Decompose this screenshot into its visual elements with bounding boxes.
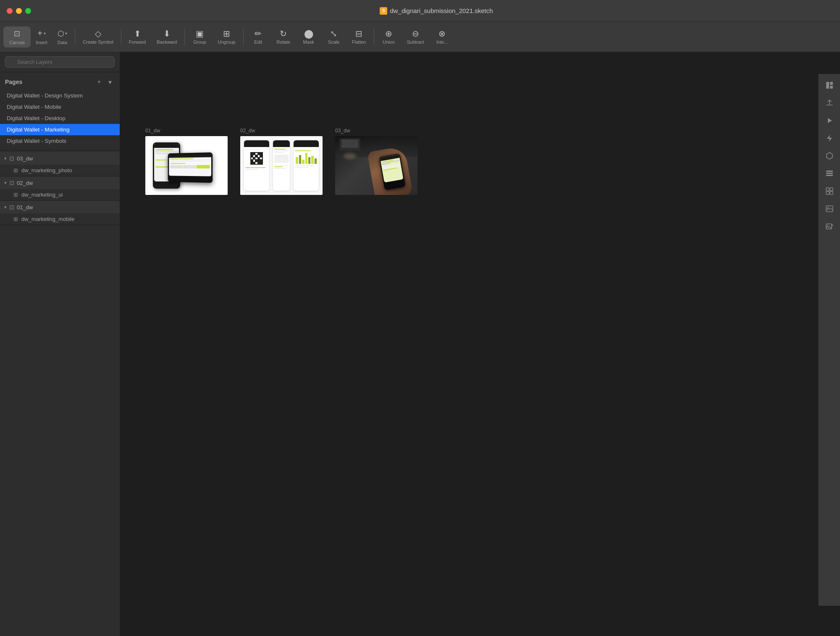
page-item-desktop[interactable]: Digital Wallet - Desktop [0,113,120,124]
layer-group-02dw-header[interactable]: ▾ ⊡ 02_dw [0,176,120,189]
svg-rect-7 [830,188,833,191]
mask-button[interactable]: ⬤ Mask [297,27,321,47]
create-symbol-label: Create Symbol [83,39,113,45]
qr-code [250,152,263,165]
artboard-icon-02dw: ⊡ [9,179,14,186]
svg-point-11 [827,207,829,208]
create-symbol-button[interactable]: ◇ Create Symbol [78,27,118,47]
inspector-toggle-button[interactable] [822,77,837,93]
scale-button[interactable]: ⤡ Scale [322,27,346,47]
ui-top-bar-2 [273,140,290,147]
insert-button[interactable]: + ▾ Insert [32,26,52,47]
ui-screen-1 [244,140,269,191]
forward-button[interactable]: ⬆ Forward [124,27,151,47]
layer-item-dw-marketing-photo[interactable]: ⊞ dw_marketing_photo [0,165,120,176]
scale-icon: ⤡ [330,29,337,38]
toolbar-divider-2 [121,29,121,45]
toolbar-divider-4 [243,29,244,45]
page-item-marketing[interactable]: Digital Wallet - Marketing [0,124,120,135]
window-title: S dw_dignari_submission_2021.sketch [39,7,833,15]
canvas-label: Canvas [9,40,25,45]
data-chevron: ▾ [65,31,67,36]
search-layers-input[interactable] [5,56,115,68]
intersect-button[interactable]: ⊗ Inte... [430,27,454,47]
rotate-button[interactable]: ↻ Rotate [271,27,296,47]
maximize-button[interactable] [25,8,31,14]
backward-button[interactable]: ⬇ Backward [152,27,182,47]
forward-label: Forward [129,39,146,45]
artboard-wrapper-02dw: 02_dw [240,128,323,195]
layer-group-01dw: ▾ ⊡ 01_dw ⊞ dw_marketing_mobile [0,201,120,225]
artboard-01dw[interactable] [145,136,228,195]
artboards-container: 01_dw [145,128,417,195]
image-icon-marketing-mobile: ⊞ [13,216,18,222]
search-wrap: 🔍 [5,56,115,68]
group-button[interactable]: ▣ Group [187,27,212,47]
image-button[interactable] [822,201,837,217]
artboard-02dw[interactable] [240,136,323,195]
backward-icon: ⬇ [163,29,171,38]
pages-chevron-button[interactable]: ▾ [105,77,115,87]
layers-section: ▾ ⊡ 03_dw ⊞ dw_marketing_photo ▾ ⊡ 02_dw… [0,150,120,636]
artboard-03dw[interactable] [335,136,417,195]
page-item-design-system[interactable]: Digital Wallet - Design System [0,90,120,101]
layer-group-03dw: ▾ ⊡ 03_dw ⊞ dw_marketing_photo [0,152,120,176]
artboard-icon-03dw: ⊡ [9,155,14,162]
subtract-icon: ⊖ [412,29,419,38]
canvas-icon: ⊡ [14,29,20,38]
layer-chevron-01dw: ▾ [4,205,7,210]
flatten-button[interactable]: ⊟ Flatten [347,27,371,47]
svg-rect-3 [826,171,833,172]
insert-icon: + [37,29,42,38]
layer-item-dw-marketing-mobile[interactable]: ⊞ dw_marketing_mobile [0,213,120,225]
edit-button[interactable]: ✏ Edit [246,27,270,47]
layer-group-03dw-header[interactable]: ▾ ⊡ 03_dw [0,152,120,165]
ui-top-bar-3 [294,140,319,147]
search-bar: 🔍 [0,52,120,72]
intersect-label: Inte... [436,39,448,45]
pages-actions: + ▾ [94,77,115,87]
layer-item-marketing-photo-label: dw_marketing_photo [21,167,72,173]
canvas-area[interactable]: 01_dw [120,52,840,636]
layer-item-dw-marketing-ui[interactable]: ⊞ dw_marketing_ui [0,189,120,200]
svg-point-13 [827,225,828,226]
svg-rect-8 [826,192,829,194]
layer-group-01dw-header[interactable]: ▾ ⊡ 01_dw [0,201,120,213]
subtract-button[interactable]: ⊖ Subtract [402,27,429,47]
union-button[interactable]: ⊕ Union [377,27,401,47]
hexagon-button[interactable] [822,148,837,164]
group-label: Group [193,39,206,45]
ungroup-button[interactable]: ⊞ Ungroup [213,27,240,47]
artboard-wrapper-01dw: 01_dw [145,128,228,195]
ui-content-2 [273,147,290,191]
libraries-button[interactable] [822,166,837,181]
create-symbol-icon: ◇ [95,29,101,38]
pages-title: Pages [5,79,91,85]
upload-button[interactable] [822,95,837,111]
mask-label: Mask [303,39,314,45]
bolt-button[interactable] [822,130,837,146]
add-page-button[interactable]: + [94,77,104,87]
ungroup-label: Ungroup [218,39,235,45]
page-item-mobile[interactable]: Digital Wallet - Mobile [0,101,120,113]
ui-screen-2 [273,140,290,191]
toolbar-divider-3 [184,29,185,45]
image-icon-marketing-ui: ⊞ [13,192,18,198]
close-button[interactable] [7,8,13,14]
union-label: Union [383,39,395,45]
ui-screen-bar-3 [294,140,319,191]
play-button[interactable] [822,113,837,129]
data-button[interactable]: ⬡ ▾ Data [52,26,72,47]
sidebar: 🔍 Pages + ▾ Digital Wallet - Design Syst… [0,52,120,636]
subtract-label: Subtract [407,39,424,45]
page-item-symbols[interactable]: Digital Wallet - Symbols [0,135,120,147]
minimize-button[interactable] [16,8,22,14]
grid-button[interactable] [822,183,837,199]
ui-screen-bar-2 [273,140,290,191]
svg-rect-4 [826,173,833,174]
canvas-button[interactable]: ⊡ Canvas [3,26,31,47]
chart-bars [295,152,318,165]
add-image-button[interactable] [822,218,837,234]
layer-group-02dw: ▾ ⊡ 02_dw ⊞ dw_marketing_ui [0,176,120,201]
svg-rect-0 [826,82,829,89]
